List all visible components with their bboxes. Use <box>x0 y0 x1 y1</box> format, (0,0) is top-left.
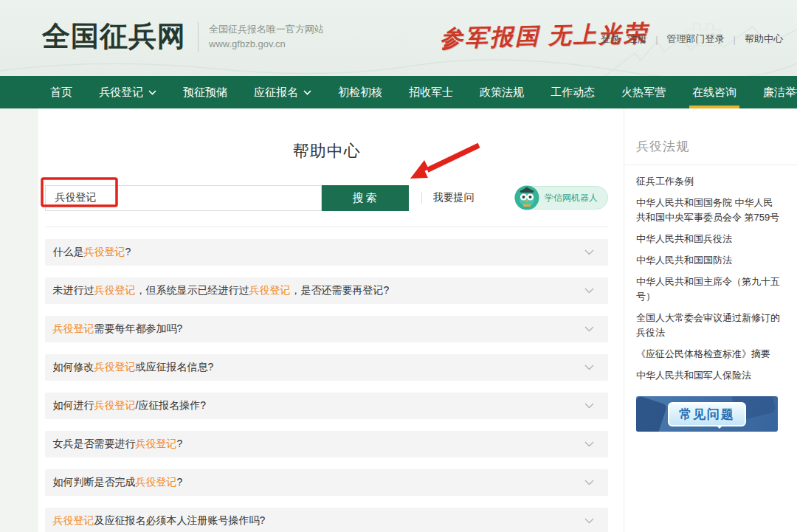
nav-item-label: 招收军士 <box>409 86 453 100</box>
sidebar-law-link[interactable]: 中华人民共和国国务院 中华人民共和国中央军事委员会令 第759号 <box>636 196 782 225</box>
law-list: 征兵工作条例中华人民共和国国务院 中华人民共和国中央军事委员会令 第759号中华… <box>636 174 782 383</box>
sidebar-law-link[interactable]: 中华人民共和国兵役法 <box>636 232 782 246</box>
sidebar-law-link[interactable]: 中华人民共和国国防法 <box>636 253 782 268</box>
nav-inner: 首页兵役登记预征预储应征报名初检初核招收军士政策法规工作动态火热军营在线咨询廉洁… <box>0 76 797 108</box>
nav-item-label: 兵役登记 <box>99 86 143 100</box>
nav-item-integrity-report[interactable]: 廉洁举报 <box>750 76 797 108</box>
faq-question-text: 如何进行兵役登记/应征报名操作? <box>52 399 206 412</box>
expand-chevron[interactable] <box>584 326 594 332</box>
search-button[interactable]: 搜索 <box>322 185 409 211</box>
site-logo[interactable]: 全国征兵网 <box>42 18 186 55</box>
page-content: 帮助中心 搜索 我要提问 学信网机器人 <box>0 108 797 532</box>
chevron-down-icon <box>148 90 156 95</box>
faq-item[interactable]: 女兵是否需要进行兵役登记? <box>45 431 608 457</box>
highlighted-keyword: 兵役登记 <box>52 514 94 526</box>
sidebar-law-link[interactable]: 全国人大常委会审议通过新修订的兵役法 <box>636 311 782 340</box>
nav-item-hot-military-camp[interactable]: 火热军营 <box>608 76 679 108</box>
header-link[interactable]: 管理部门登录 <box>667 32 725 46</box>
nav-item-initial-check-review[interactable]: 初检初核 <box>325 76 396 108</box>
nav-item-military-service-registration[interactable]: 兵役登记 <box>86 76 170 108</box>
nav-item-work-news[interactable]: 工作动态 <box>537 76 608 108</box>
nav-item-label: 首页 <box>50 86 72 100</box>
page-title: 帮助中心 <box>45 140 608 162</box>
highlighted-keyword: 兵役登记 <box>135 438 176 449</box>
faq-list: 什么是兵役登记?未进行过兵役登记，但系统显示已经进行过兵役登记，是否还需要再登记… <box>45 239 608 532</box>
section-divider <box>45 227 608 227</box>
owl-robot-icon <box>514 185 539 210</box>
expand-chevron[interactable] <box>584 441 594 447</box>
chevron-down-icon <box>584 403 594 409</box>
sidebar-law-link[interactable]: 《应征公民体格检查标准》摘要 <box>636 347 782 362</box>
expand-chevron[interactable] <box>584 403 594 409</box>
nav-item-label: 预征预储 <box>183 86 227 100</box>
faq-item[interactable]: 未进行过兵役登记，但系统显示已经进行过兵役登记，是否还需要再登记? <box>45 277 608 304</box>
highlighted-keyword: 兵役登记 <box>94 284 135 296</box>
faq-question-text: 如何判断是否完成兵役登记? <box>52 476 182 489</box>
common-questions-banner[interactable]: 常见问题 <box>636 396 778 432</box>
nav-item-enlistment-application[interactable]: 应征报名 <box>241 76 325 108</box>
nav-item-label: 廉洁举报 <box>763 86 797 100</box>
expand-chevron[interactable] <box>584 288 594 294</box>
chevron-down-icon <box>303 90 311 95</box>
chevron-down-icon <box>584 288 594 294</box>
sidebar-title: 兵役法规 <box>636 138 782 155</box>
links-separator: | <box>734 34 736 45</box>
help-center-main: 帮助中心 搜索 我要提问 学信网机器人 <box>38 108 624 532</box>
faq-item[interactable]: 如何修改兵役登记或应征报名信息? <box>45 354 608 381</box>
nav-item-nco-recruitment[interactable]: 招收军士 <box>396 76 466 108</box>
tagline-line1: 全国征兵报名唯一官方网站 <box>209 22 324 37</box>
nav-item-label: 初检初核 <box>338 86 382 100</box>
highlighted-keyword: 兵役登记 <box>83 246 125 258</box>
nav-item-home[interactable]: 首页 <box>50 76 86 108</box>
vertical-divider <box>421 192 422 204</box>
highlighted-keyword: 兵役登记 <box>249 284 290 296</box>
chevron-down-icon <box>584 365 594 370</box>
sidebar-law-link[interactable]: 征兵工作条例 <box>636 174 782 189</box>
ask-question-link[interactable]: 我要提问 <box>432 191 474 204</box>
sidebar-law-link[interactable]: 中华人民共和国军人保险法 <box>636 368 782 383</box>
expand-chevron[interactable] <box>584 480 594 486</box>
expand-chevron[interactable] <box>584 249 594 255</box>
chatbot-label: 学信网机器人 <box>545 192 598 204</box>
site-tagline: 全国征兵报名唯一官方网站 www.gfbzb.gov.cn <box>209 22 324 52</box>
faq-item[interactable]: 什么是兵役登记? <box>45 239 608 266</box>
chevron-down-icon <box>584 480 594 486</box>
header-link[interactable]: 帮助中心 <box>745 32 783 46</box>
faq-item[interactable]: 如何进行兵役登记/应征报名操作? <box>45 393 608 419</box>
sidebar-law-link[interactable]: 中华人民共和国主席令（第九十五号） <box>636 274 782 304</box>
faq-question-text: 女兵是否需要进行兵役登记? <box>52 438 182 451</box>
nav-item-label: 政策法规 <box>480 86 524 100</box>
faq-question-text: 未进行过兵役登记，但系统显示已经进行过兵役登记，是否还需要再登记? <box>52 284 389 297</box>
header-links: 登录注册|管理部门登录|帮助中心 <box>597 32 787 46</box>
expand-chevron[interactable] <box>584 518 594 524</box>
expand-chevron[interactable] <box>584 365 594 370</box>
chatbot-entry[interactable]: 学信网机器人 <box>514 186 608 210</box>
search-input[interactable] <box>45 185 322 211</box>
highlighted-keyword: 兵役登记 <box>94 399 135 411</box>
nav-item-online-consultation[interactable]: 在线咨询 <box>679 76 750 108</box>
main-nav: 首页兵役登记预征预储应征报名初检初核招收军士政策法规工作动态火热军营在线咨询廉洁… <box>0 76 797 108</box>
links-separator: | <box>655 34 658 45</box>
faq-item[interactable]: 兵役登记需要每年都参加吗? <box>45 316 608 342</box>
nav-item-label: 火热军营 <box>621 86 666 100</box>
logo-divider <box>198 22 199 52</box>
faq-item[interactable]: 如何判断是否完成兵役登记? <box>45 469 608 496</box>
header-link[interactable]: 登录 <box>601 32 620 46</box>
faq-item[interactable]: 兵役登记及应征报名必须本人注册账号操作吗? <box>45 508 608 532</box>
chevron-down-icon <box>584 249 594 255</box>
nav-item-label: 工作动态 <box>551 86 595 100</box>
nav-item-policies-regulations[interactable]: 政策法规 <box>466 76 537 108</box>
chevron-down-icon <box>584 441 594 447</box>
chevron-down-icon <box>584 326 594 332</box>
nav-item-label: 在线咨询 <box>692 86 736 100</box>
chevron-down-icon <box>584 518 594 524</box>
highlighted-keyword: 兵役登记 <box>135 476 176 488</box>
nav-item-pre-recruitment-reserve[interactable]: 预征预储 <box>170 76 241 108</box>
faq-question-text: 如何修改兵役登记或应征报名信息? <box>52 361 213 374</box>
faq-question-text: 兵役登记及应征报名必须本人注册账号操作吗? <box>52 514 265 528</box>
header-link[interactable]: 注册 <box>627 32 646 46</box>
sidebar-divider <box>624 165 797 165</box>
highlighted-keyword: 兵役登记 <box>94 361 135 373</box>
left-gutter <box>0 108 38 532</box>
banner-bubble-label: 常见问题 <box>668 402 746 426</box>
